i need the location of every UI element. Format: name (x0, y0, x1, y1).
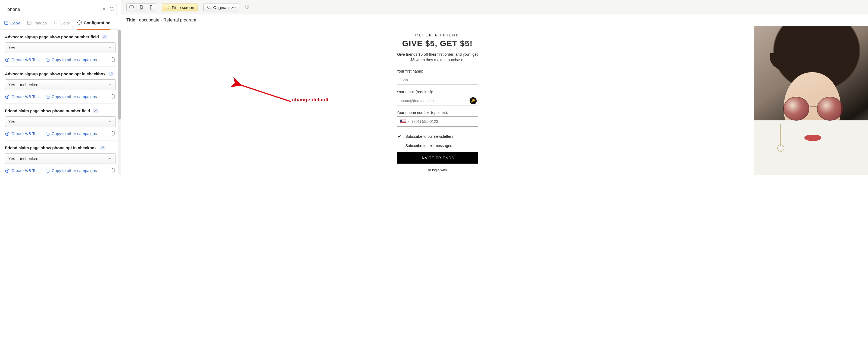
newsletter-label: Subscribe to our newsletters (405, 134, 454, 139)
eyebrow: REFER A FRIEND (397, 33, 478, 37)
tab-images-label: Images (33, 21, 47, 25)
svg-rect-13 (130, 6, 133, 8)
login-label: or login with (428, 168, 447, 172)
config-select[interactable]: Yes (5, 116, 116, 127)
config-item: Friend claim page show phone number fiel… (5, 103, 116, 140)
subhead: Give friends $5 off their first order, a… (397, 52, 478, 63)
copy-campaign-button[interactable]: Copy to other campaigns (45, 131, 97, 136)
sms-row[interactable]: Subscribe to text messages (397, 143, 478, 149)
fit-icon (165, 5, 169, 9)
scrollbar-thumb[interactable] (118, 30, 121, 120)
newsletter-row[interactable]: Subscribe to our newsletters (397, 134, 478, 139)
toolbar: Fit to screen Original size (121, 0, 868, 14)
first-name-input[interactable] (397, 75, 478, 85)
delete-button[interactable] (111, 57, 116, 63)
svg-point-0 (110, 7, 113, 10)
invite-button[interactable]: INVITE FRIENDS (397, 152, 478, 164)
tab-images[interactable]: Images (27, 21, 47, 29)
search-box[interactable] (4, 4, 117, 15)
config-title: Advocate signup page show phone opt in c… (5, 71, 105, 76)
create-ab-button[interactable]: Create A/B Test (5, 57, 40, 62)
caret-down-icon (407, 120, 409, 123)
create-ab-button[interactable]: Create A/B Test (5, 94, 40, 99)
device-mobile-button[interactable] (146, 3, 156, 11)
country-picker[interactable] (397, 117, 412, 126)
sms-checkbox[interactable] (397, 143, 402, 149)
copy-campaign-button[interactable]: Copy to other campaigns (45, 94, 97, 99)
copy-campaign-label: Copy to other campaigns (52, 168, 97, 173)
config-list: Advocate signup page show phone number f… (0, 30, 121, 175)
sms-label: Subscribe to text messages (405, 143, 452, 148)
original-label: Original size (213, 5, 236, 10)
referral-form: REFER A FRIEND GIVE $5, GET $5! Give fri… (397, 33, 478, 175)
link-icon[interactable] (108, 72, 114, 76)
config-item: Advocate signup page show phone number f… (5, 30, 116, 67)
create-ab-label: Create A/B Test (11, 57, 40, 62)
svg-point-4 (79, 22, 81, 23)
trash-icon (111, 168, 116, 172)
delete-button[interactable] (111, 131, 116, 136)
copy-campaign-button[interactable]: Copy to other campaigns (45, 57, 97, 62)
copy-icon (45, 94, 50, 99)
svg-point-3 (28, 22, 29, 23)
tab-configuration-label: Configuration (84, 21, 110, 25)
delete-button[interactable] (111, 168, 116, 173)
trash-icon (111, 131, 116, 136)
config-item: Advocate signup page show phone opt in c… (5, 67, 116, 103)
email-input[interactable] (397, 96, 478, 105)
chevron-down-icon (108, 46, 112, 50)
svg-point-17 (151, 8, 151, 9)
plus-circle-icon (5, 168, 10, 173)
create-ab-button[interactable]: Create A/B Test (5, 168, 40, 173)
svg-rect-6 (47, 59, 49, 61)
svg-rect-8 (47, 96, 49, 98)
config-select[interactable]: Yes - unchecked (5, 79, 116, 90)
trash-icon (111, 57, 116, 62)
chevron-down-icon (108, 83, 112, 87)
fit-label: Fit to screen (172, 5, 194, 10)
svg-point-18 (207, 6, 210, 8)
copy-campaign-label: Copy to other campaigns (52, 131, 97, 136)
config-title: Friend claim page show phone number fiel… (5, 108, 90, 113)
device-tablet-button[interactable] (136, 3, 146, 11)
copy-campaign-button[interactable]: Copy to other campaigns (45, 168, 97, 173)
copy-campaign-label: Copy to other campaigns (52, 94, 97, 99)
tab-configuration[interactable]: Configuration (77, 20, 110, 30)
newsletter-checkbox[interactable] (397, 134, 402, 139)
search-input[interactable] (7, 7, 101, 12)
help-icon[interactable] (245, 4, 249, 10)
copy-icon (45, 57, 50, 62)
chevron-down-icon (108, 157, 112, 161)
create-ab-label: Create A/B Test (11, 131, 40, 136)
search-icon[interactable] (109, 6, 115, 13)
link-icon[interactable] (102, 35, 107, 39)
svg-rect-10 (47, 133, 49, 135)
link-icon[interactable] (99, 145, 105, 150)
phone-label: Your phone number (optional): (397, 110, 478, 115)
login-row: or login with (397, 168, 478, 172)
preview-canvas: REFER A FRIEND GIVE $5, GET $5! Give fri… (121, 26, 868, 175)
copy-icon (45, 131, 50, 136)
key-icon[interactable]: 🔑 (470, 97, 477, 104)
device-desktop-button[interactable] (127, 3, 136, 11)
phone-input[interactable] (412, 117, 478, 126)
sidebar-scrollbar[interactable] (118, 30, 121, 175)
config-select[interactable]: Yes - unchecked (5, 153, 116, 164)
plus-circle-icon (5, 57, 10, 62)
phone-input-wrap (397, 116, 478, 127)
original-size-button[interactable]: Original size (203, 3, 240, 11)
sidebar-tabs: Copy Images Color Configuration (0, 15, 121, 30)
link-icon[interactable] (93, 109, 99, 113)
tab-color[interactable]: Color (54, 21, 70, 29)
delete-button[interactable] (111, 94, 116, 99)
chevron-down-icon (108, 120, 112, 124)
title-label: Title: (126, 18, 137, 22)
config-title: Advocate signup page show phone number f… (5, 34, 99, 39)
create-ab-label: Create A/B Test (11, 168, 40, 173)
config-select[interactable]: Yes (5, 42, 116, 53)
tab-copy[interactable]: Copy (4, 21, 20, 29)
clear-icon[interactable] (101, 6, 107, 13)
plus-circle-icon (5, 94, 10, 99)
create-ab-button[interactable]: Create A/B Test (5, 131, 40, 136)
fit-to-screen-button[interactable]: Fit to screen (162, 3, 198, 11)
